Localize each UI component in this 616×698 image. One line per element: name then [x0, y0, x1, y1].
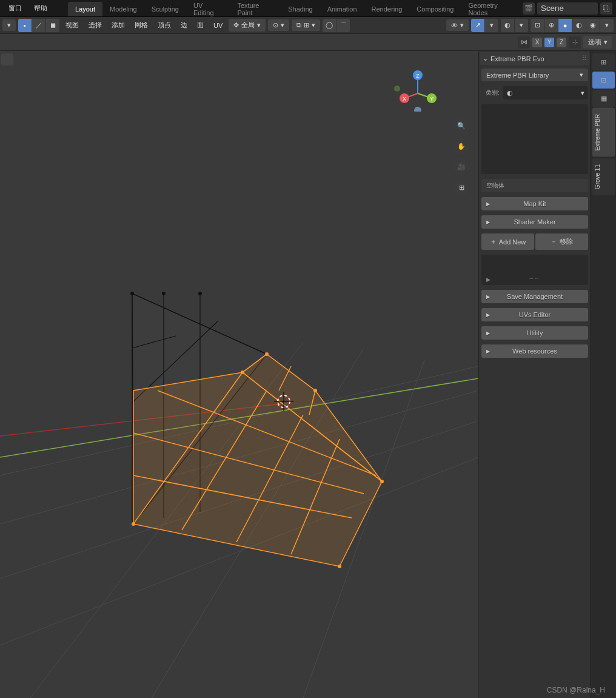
watermark-text: CSDN @Raina_H	[547, 686, 605, 694]
menu-vertex[interactable]: 顶点	[154, 19, 175, 32]
zoom-icon[interactable]: 🔍	[454, 118, 469, 133]
menu-uv[interactable]: UV	[210, 20, 226, 31]
tab-rendering[interactable]: Rendering	[364, 2, 410, 16]
automerge-icon[interactable]: ⊹	[569, 36, 581, 49]
material-preview[interactable]	[481, 104, 588, 174]
proportional-falloff-icon[interactable]: ⌒	[336, 19, 350, 32]
panel-title: Extreme PBR Evo	[490, 55, 544, 62]
vertex-select-icon[interactable]: ▪	[18, 19, 32, 32]
svg-point-31	[265, 352, 269, 356]
scene-name-input[interactable]	[537, 2, 598, 15]
shading-dropdown-icon[interactable]: ▾	[600, 19, 614, 32]
pan-icon[interactable]: ✋	[454, 138, 469, 154]
category-label: 类别:	[481, 89, 500, 97]
n-panel: ⌄ Extreme PBR Evo ⠿ Extreme PBR Library▾…	[478, 51, 591, 698]
sidetab-extremepbr[interactable]: Extreme PBR	[592, 108, 615, 157]
tab-sculpting[interactable]: Sculpting	[144, 2, 186, 16]
menu-view[interactable]: 视图	[62, 19, 82, 32]
panel-header[interactable]: ⌄ Extreme PBR Evo ⠿	[480, 52, 589, 65]
butterfly-mirror-icon[interactable]: ⋈	[518, 36, 530, 49]
wireframe-icon[interactable]: ⊕	[544, 19, 558, 32]
viewport-controls: 🔍 ✋ 🎥 ⊞	[454, 118, 469, 195]
tab-layout[interactable]: Layout	[68, 2, 102, 16]
overlays-toggle-icon[interactable]: ◐	[501, 19, 514, 32]
tab-compositing[interactable]: Compositing	[409, 2, 461, 16]
tab-shading[interactable]: Shading	[281, 2, 320, 16]
overlays-group: ◐ ▾	[501, 19, 528, 32]
n-panel-tabs: ⊞ ⊡ ▦ Extreme PBR Grove 11	[591, 51, 616, 698]
svg-point-30	[241, 371, 244, 374]
rendered-icon[interactable]: ◉	[586, 19, 600, 32]
options-label: 选项	[588, 38, 601, 47]
pivot-dropdown[interactable]: ⊙▾	[268, 19, 289, 31]
svg-point-50	[414, 107, 421, 112]
svg-point-34	[162, 292, 166, 295]
xray-icon[interactable]: ⊡	[531, 19, 544, 32]
edge-select-icon[interactable]: ／	[32, 19, 45, 32]
face-select-icon[interactable]: ◼	[46, 19, 59, 32]
mirror-y[interactable]: Y	[544, 38, 554, 47]
tab-animation[interactable]: Animation	[320, 2, 364, 16]
proportional-edit-icon[interactable]: ◯	[323, 19, 336, 32]
viewport-3d[interactable]: X Y Z 🔍 ✋ 🎥 ⊞	[0, 51, 478, 698]
menu-face[interactable]: 面	[193, 19, 207, 32]
category-dropdown[interactable]: ◐ ▾	[503, 86, 588, 99]
mapkit-button[interactable]: ▶Map Kit	[481, 197, 588, 210]
scene-render	[0, 51, 478, 698]
sidetab-view-icon[interactable]: ▦	[592, 90, 615, 107]
nav-gizmo[interactable]: X Y Z	[393, 63, 442, 112]
menu-mesh[interactable]: 网格	[131, 19, 152, 32]
mode-dropdown[interactable]: ▾	[2, 19, 16, 31]
overlays-dropdown-icon[interactable]: ▾	[515, 19, 528, 32]
expand-icon[interactable]: ▶	[486, 277, 490, 283]
svg-text:Z: Z	[416, 73, 420, 79]
orientation-dropdown[interactable]: ✥ 全局 ▾	[229, 19, 266, 32]
mirror-z[interactable]: Z	[557, 38, 566, 47]
sidetab-grove[interactable]: Grove 11	[592, 158, 615, 195]
svg-text:X: X	[403, 96, 406, 102]
scene-new-icon[interactable]: ⿻	[600, 2, 612, 15]
select-mode-group: ▪ ／ ◼	[18, 19, 59, 32]
menu-window[interactable]: 窗口	[4, 1, 27, 15]
slot-box[interactable]: ▶ ┄┄	[481, 255, 588, 285]
menu-help[interactable]: 帮助	[29, 1, 52, 15]
savemgmt-button[interactable]: ▶Save Management	[481, 290, 588, 303]
mirror-x[interactable]: X	[532, 38, 542, 47]
shadermaker-button[interactable]: ▶Shader Maker	[481, 215, 588, 229]
snap-dropdown[interactable]: ⧉⊞▾	[292, 19, 320, 31]
menu-add[interactable]: 添加	[108, 19, 129, 32]
tab-modeling[interactable]: Modeling	[102, 2, 144, 16]
top-menu: 窗口 帮助	[0, 1, 56, 15]
solid-icon[interactable]: ●	[558, 19, 572, 32]
top-bar: 窗口 帮助 Layout Modeling Sculpting UV Editi…	[0, 0, 616, 17]
options-dropdown[interactable]: 选项▾	[583, 36, 612, 49]
svg-point-29	[380, 480, 384, 483]
grip-icon[interactable]: ⠿	[582, 55, 587, 62]
visibility-dropdown[interactable]: 👁▾	[446, 19, 469, 31]
category-row: 类别: ◐ ▾	[481, 86, 588, 99]
tab-uvediting[interactable]: UV Editing	[186, 2, 230, 16]
gizmo-toggle-icon[interactable]: ↗	[471, 19, 484, 32]
proportional-group: ◯ ⌒	[323, 19, 350, 32]
perspective-icon[interactable]: ⊞	[454, 180, 469, 195]
library-dropdown[interactable]: Extreme PBR Library▾	[481, 69, 588, 81]
menu-edge[interactable]: 边	[177, 19, 191, 32]
camera-icon[interactable]: 🎥	[454, 159, 469, 175]
add-remove-row: ＋Add New －移除	[481, 233, 588, 250]
matprev-icon[interactable]: ◐	[572, 19, 586, 32]
orientation-label: 全局	[241, 21, 255, 30]
uvseditor-button[interactable]: ▶UVs Editor	[481, 308, 588, 321]
remove-button[interactable]: －移除	[535, 233, 588, 250]
gizmo-dropdown-icon[interactable]: ▾	[485, 19, 498, 32]
scene-browse-icon[interactable]: 🎬	[523, 2, 535, 15]
webres-button[interactable]: ▶Web resources	[481, 344, 588, 358]
tab-texturepaint[interactable]: Texture Paint	[230, 2, 281, 16]
sidetab-item-icon[interactable]: ⊞	[592, 53, 615, 70]
tab-geometrynodes[interactable]: Geometry Nodes	[461, 2, 523, 16]
menu-select[interactable]: 选择	[85, 19, 105, 32]
utility-button[interactable]: ▶Utility	[481, 326, 588, 340]
add-new-button[interactable]: ＋Add New	[481, 233, 534, 250]
sphere-icon: ◐	[507, 89, 513, 97]
sidetab-tool-icon[interactable]: ⊡	[592, 72, 615, 89]
drag-dots-icon[interactable]: ┄┄	[529, 275, 540, 283]
